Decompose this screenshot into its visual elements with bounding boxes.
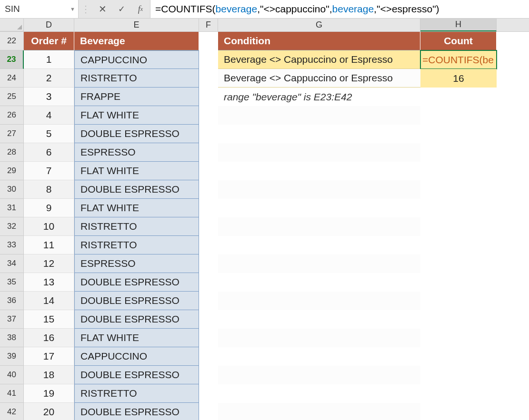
row-header-34[interactable]: 34 — [0, 254, 24, 273]
cell-D27[interactable]: 5 — [24, 125, 74, 143]
cell-D35[interactable]: 13 — [24, 273, 74, 292]
cell-E36[interactable]: DOUBLE ESPRESSO — [74, 292, 199, 310]
cell-E40[interactable]: DOUBLE ESPRESSO — [74, 366, 199, 384]
row-header-28[interactable]: 28 — [0, 143, 24, 162]
cell-G33[interactable] — [218, 236, 420, 254]
cell-F36[interactable] — [199, 292, 218, 310]
cell-F32[interactable] — [199, 217, 218, 236]
cell-G28[interactable] — [218, 143, 420, 162]
cell-H26[interactable] — [420, 106, 497, 125]
cell-H38[interactable] — [420, 329, 497, 347]
name-box-dropdown-icon[interactable]: ▼ — [70, 6, 75, 12]
count-header[interactable]: Count — [420, 32, 497, 50]
cell-E39[interactable]: CAPPUCCINO — [74, 347, 199, 366]
row-header-42[interactable]: 42 — [0, 403, 24, 420]
col-header-F[interactable]: F — [199, 19, 218, 31]
cell-E31[interactable]: FLAT WHITE — [74, 199, 199, 217]
cell-G36[interactable] — [218, 292, 420, 310]
cell-H28[interactable] — [420, 143, 497, 162]
cell-E30[interactable]: DOUBLE ESPRESSO — [74, 180, 199, 199]
cell-E25[interactable]: FRAPPE — [74, 88, 199, 106]
cell-G34[interactable] — [218, 254, 420, 273]
cell-E28[interactable]: ESPRESSO — [74, 143, 199, 162]
row-header-38[interactable]: 38 — [0, 329, 24, 347]
cell-H35[interactable] — [420, 273, 497, 292]
cell-E26[interactable]: FLAT WHITE — [74, 106, 199, 125]
cell-G24[interactable]: Beverage <> Cappuccino or Espresso — [218, 69, 420, 88]
cell-G41[interactable] — [218, 384, 420, 403]
cell-F30[interactable] — [199, 180, 218, 199]
cell-F29[interactable] — [199, 162, 218, 180]
cell-D32[interactable]: 10 — [24, 217, 74, 236]
row-header-22[interactable]: 22 — [0, 32, 24, 50]
cell-G23[interactable]: Beverage <> Cappuccino or Espresso — [218, 50, 420, 69]
cancel-icon[interactable]: ✕ — [93, 0, 112, 18]
cell-G39[interactable] — [218, 347, 420, 366]
condition-header[interactable]: Condition — [218, 32, 420, 50]
cell-G32[interactable] — [218, 217, 420, 236]
row-header-35[interactable]: 35 — [0, 273, 24, 292]
cell-G29[interactable] — [218, 162, 420, 180]
cell-H42[interactable] — [420, 403, 497, 420]
cell-D29[interactable]: 7 — [24, 162, 74, 180]
cell-F42[interactable] — [199, 403, 218, 420]
cell-E33[interactable]: RISTRETTO — [74, 236, 199, 254]
col-header-E[interactable]: E — [74, 19, 199, 31]
cell-F26[interactable] — [199, 106, 218, 125]
row-header-40[interactable]: 40 — [0, 366, 24, 384]
cell-E32[interactable]: RISTRETTO — [74, 217, 199, 236]
col-header-G[interactable]: G — [218, 19, 420, 31]
cell-G30[interactable] — [218, 180, 420, 199]
cell-D41[interactable]: 19 — [24, 384, 74, 403]
cell-F39[interactable] — [199, 347, 218, 366]
row-header-23[interactable]: 23 — [0, 50, 24, 69]
cell-G38[interactable] — [218, 329, 420, 347]
cell-E37[interactable]: DOUBLE ESPRESSO — [74, 310, 199, 329]
cell-D24[interactable]: 2 — [24, 69, 74, 88]
cell-H25[interactable] — [420, 88, 497, 106]
cell-E29[interactable]: FLAT WHITE — [74, 162, 199, 180]
cell-F27[interactable] — [199, 125, 218, 143]
row-header-27[interactable]: 27 — [0, 125, 24, 143]
cell-F23[interactable] — [199, 50, 218, 69]
cell-F37[interactable] — [199, 310, 218, 329]
cell-D37[interactable]: 15 — [24, 310, 74, 329]
cell-F34[interactable] — [199, 254, 218, 273]
cell-D42[interactable]: 20 — [24, 403, 74, 420]
cell-D23[interactable]: 1 — [24, 50, 74, 69]
cell-G25[interactable]: range "beverage" is E23:E42 — [218, 88, 420, 106]
cell-H33[interactable] — [420, 236, 497, 254]
row-header-31[interactable]: 31 — [0, 199, 24, 217]
row-header-41[interactable]: 41 — [0, 384, 24, 403]
beverage-header[interactable]: Beverage — [74, 32, 199, 50]
row-header-36[interactable]: 36 — [0, 292, 24, 310]
cell-G37[interactable] — [218, 310, 420, 329]
row-header-26[interactable]: 26 — [0, 106, 24, 125]
cell-E34[interactable]: ESPRESSO — [74, 254, 199, 273]
row-header-39[interactable]: 39 — [0, 347, 24, 366]
order-header[interactable]: Order # — [24, 32, 74, 50]
name-box[interactable]: SIN ▼ — [0, 0, 79, 18]
row-header-32[interactable]: 32 — [0, 217, 24, 236]
cell-E24[interactable]: RISTRETTO — [74, 69, 199, 88]
cell-H36[interactable] — [420, 292, 497, 310]
cell-G31[interactable] — [218, 199, 420, 217]
cell-E41[interactable]: RISTRETTO — [74, 384, 199, 403]
cell-H37[interactable] — [420, 310, 497, 329]
cell-D39[interactable]: 17 — [24, 347, 74, 366]
cell-F24[interactable] — [199, 69, 218, 88]
cell-G40[interactable] — [218, 366, 420, 384]
cell-H39[interactable] — [420, 347, 497, 366]
select-all-corner[interactable] — [0, 19, 24, 31]
cell-G35[interactable] — [218, 273, 420, 292]
row-header-29[interactable]: 29 — [0, 162, 24, 180]
cell-H23[interactable]: =COUNTIFS(be — [420, 50, 497, 69]
cell-F38[interactable] — [199, 329, 218, 347]
cell-G27[interactable] — [218, 125, 420, 143]
accept-icon[interactable]: ✓ — [112, 0, 131, 18]
row-header-33[interactable]: 33 — [0, 236, 24, 254]
cell-D40[interactable]: 18 — [24, 366, 74, 384]
cell-G42[interactable] — [218, 403, 420, 420]
cell-H32[interactable] — [420, 217, 497, 236]
cell-D36[interactable]: 14 — [24, 292, 74, 310]
